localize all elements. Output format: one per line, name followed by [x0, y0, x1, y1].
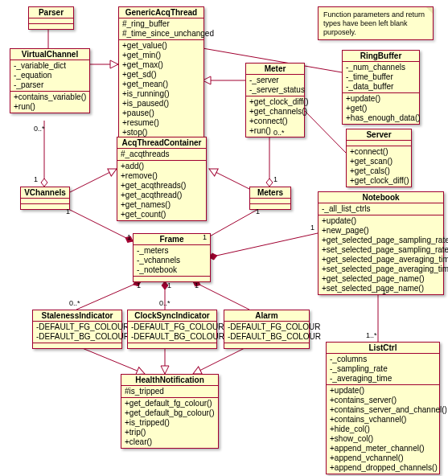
class-member: -_equation	[14, 71, 86, 80]
class-vchannels: VChannels	[20, 187, 70, 210]
class-title: Frame	[134, 234, 210, 245]
multiplicity: 0..*	[69, 299, 80, 307]
class-member: -_data_buffer	[346, 82, 416, 92]
class-member: +update()	[330, 386, 436, 396]
multiplicity: 1	[66, 207, 70, 215]
class-virtualchannel: VirtualChannel -_variable_dict-_equation…	[10, 48, 90, 113]
class-member: +clear()	[125, 437, 215, 447]
note-text: Function parameters and return types hav…	[323, 10, 425, 36]
class-member: -_columns	[330, 355, 436, 364]
class-genericacqthread: GenericAcqThread #_ring_buffer#_time_sin…	[118, 6, 204, 139]
class-member: +get_acqthreads()	[121, 181, 203, 191]
class-title: VirtualChannel	[10, 49, 89, 60]
class-member: #_time_since_unchanged	[122, 29, 200, 39]
class-attrs: -_meters-_vchannels-_notebook	[134, 245, 210, 277]
multiplicity: 1	[34, 175, 38, 183]
class-title: Meter	[246, 64, 304, 75]
class-stalenessindicator: StalenessIndicator -DEFAULT_FG_COLOUR-DE…	[32, 310, 122, 349]
class-acqthreadcontainer: AcqThreadContainer #_acqthreads +add()+r…	[117, 137, 207, 221]
class-frame: Frame -_meters-_vchannels-_notebook	[133, 233, 211, 282]
class-member: +get_acqthread()	[121, 191, 203, 200]
class-member: -_server_status	[249, 85, 301, 95]
class-member: +contains_variable()	[14, 92, 86, 102]
class-attrs: -_variable_dict-_equation-_parser	[10, 60, 89, 92]
class-member: -DEFAULT_BG_COLOUR	[228, 332, 306, 342]
class-member: +get_selected_page_sampling_rate()	[322, 236, 440, 245]
class-member: -_server	[249, 76, 301, 85]
class-member: +remove()	[121, 171, 203, 181]
class-ops: +add()+remove()+get_acqthreads()+get_acq…	[117, 161, 206, 220]
svg-line-15	[76, 346, 145, 374]
class-clocksyncindicator: ClockSyncIndicator -DEFAULT_FG_COLOUR-DE…	[127, 310, 217, 349]
class-title: ClockSyncIndicator	[128, 310, 216, 322]
class-member: +add()	[121, 162, 203, 171]
class-member: -_averaging_time	[330, 374, 436, 384]
class-member: -_parser	[14, 80, 86, 90]
class-member: +resume()	[122, 118, 200, 128]
class-member: #_acqthreads	[121, 150, 203, 159]
multiplicity: 0..*	[34, 125, 45, 133]
class-ops: +get_value()+get_min()+get_max()+get_sd(…	[119, 40, 203, 138]
class-listctrl: ListCtrl -_columns-_sampling_rate-_avera…	[326, 342, 440, 474]
class-member: +update()	[346, 94, 416, 104]
class-attrs: #_ring_buffer#_time_since_unchanged	[119, 18, 203, 40]
multiplicity: 1	[167, 281, 171, 289]
class-member: +update()	[322, 216, 440, 226]
svg-line-4	[302, 109, 346, 153]
class-member: +set_selected_page_sampling_rate()	[322, 245, 440, 255]
class-alarm: Alarm -DEFAULT_FG_COLOUR-DEFAULT_BG_COLO…	[224, 310, 310, 349]
class-healthnotification: HealthNotification #is_tripped +get_defa…	[121, 374, 219, 449]
class-member: -_vchannels	[137, 256, 207, 265]
class-attrs: -DEFAULT_FG_COLOUR-DEFAULT_BG_COLOUR	[128, 322, 216, 343]
class-title: Parser	[29, 7, 73, 18]
multiplicity: 1	[203, 233, 207, 241]
class-title: ListCtrl	[327, 343, 439, 354]
class-member: +is_paused()	[122, 99, 200, 109]
multiplicity: 1	[195, 281, 199, 289]
class-member: +is_running()	[122, 89, 200, 99]
class-member: +get_selected_page_name()	[322, 274, 440, 284]
class-member: +pause()	[122, 109, 200, 118]
class-member: +is_tripped()	[125, 418, 215, 428]
class-title: GenericAcqThread	[119, 7, 203, 18]
class-parser: Parser	[28, 6, 74, 30]
class-ringbuffer: RingBuffer -_num_channels-_time_buffer-_…	[342, 50, 420, 125]
class-member: +new_page()	[322, 226, 440, 236]
class-attrs: -_columns-_sampling_rate-_averaging_time	[327, 354, 439, 385]
class-member: -_num_channels	[346, 63, 416, 72]
class-ops: +contains_variable()+run()	[10, 92, 89, 113]
svg-line-5	[68, 169, 117, 193]
class-meters: Meters	[249, 187, 291, 210]
multiplicity: 1	[256, 207, 260, 215]
multiplicity: 0..*	[159, 299, 171, 307]
svg-line-14	[193, 281, 249, 310]
class-member: +connect()	[350, 147, 408, 157]
class-member: +get_count()	[121, 210, 203, 220]
class-member: +has_enough_data()	[346, 113, 416, 123]
class-member: +get_channels()	[249, 107, 301, 117]
class-member: +set_selected_page_averaging_time()	[322, 265, 440, 274]
class-member: -_meters	[137, 246, 207, 256]
class-meter: Meter -_server-_server_status +get_clock…	[245, 63, 305, 137]
class-attrs: -DEFAULT_FG_COLOUR-DEFAULT_BG_COLOUR	[33, 322, 121, 343]
class-title: StalenessIndicator	[33, 310, 121, 322]
class-member: +get()	[346, 104, 416, 113]
multiplicity: 0..*	[273, 129, 285, 137]
svg-line-12	[76, 281, 141, 310]
class-member: +set_selected_page_name()	[322, 284, 440, 293]
class-member: +get_selected_page_averaging_time()	[322, 255, 440, 265]
class-member: +hide_col()	[330, 425, 436, 434]
class-member: -DEFAULT_BG_COLOUR	[36, 332, 118, 342]
class-member: +get_mean()	[122, 80, 200, 89]
class-member: +show_col()	[330, 434, 436, 444]
multiplicity: 1	[273, 175, 277, 183]
class-notebook: Notebook -_all_list_ctrls +update()+new_…	[318, 191, 444, 295]
class-ops: +update()+new_page()+get_selected_page_s…	[319, 215, 443, 294]
class-member: +get_clock_diff()	[249, 97, 301, 107]
class-member: +connect()	[249, 117, 301, 126]
class-member: -_notebook	[137, 265, 207, 275]
class-member: +get_scan()	[350, 157, 408, 166]
class-title: VChannels	[21, 187, 69, 199]
class-member: -DEFAULT_FG_COLOUR	[131, 322, 213, 332]
class-attrs: -_num_channels-_time_buffer-_data_buffer	[343, 62, 419, 93]
